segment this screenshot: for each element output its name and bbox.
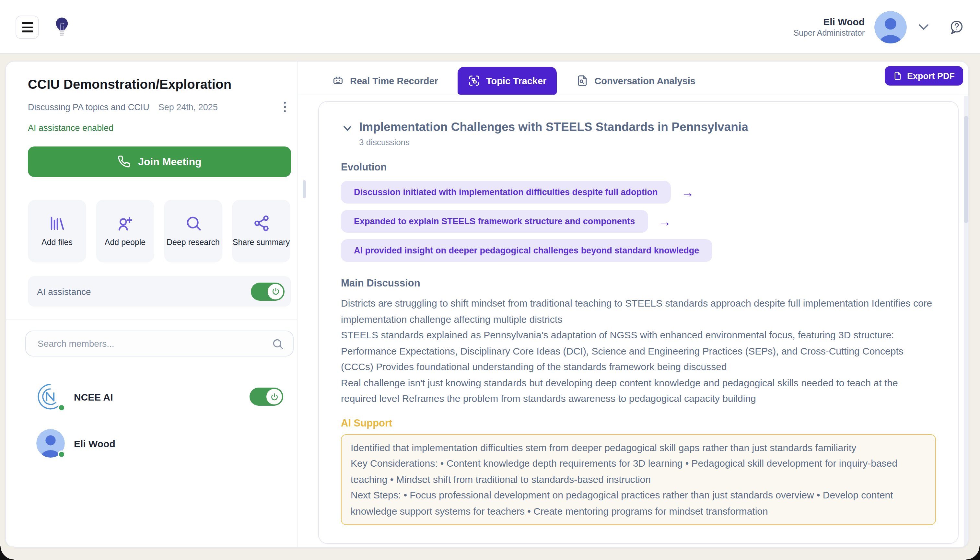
user-role: Super Administrator	[793, 28, 865, 38]
meeting-date: Sep 24th, 2025	[158, 102, 218, 112]
meeting-sidebar: CCIU Demonstration/Exploration Discussin…	[6, 62, 298, 547]
user-avatar[interactable]	[874, 11, 907, 43]
power-icon	[268, 283, 283, 299]
meeting-options-kebab-icon[interactable]	[278, 99, 291, 115]
eli-wood-avatar	[36, 429, 65, 458]
main-discussion-heading: Main Discussion	[341, 277, 936, 289]
discussion-line: Real challenge isn't just knowing standa…	[341, 375, 936, 407]
screen-corner-bottom-left	[0, 546, 14, 560]
online-status-dot	[58, 450, 65, 458]
search-icon	[272, 337, 284, 350]
join-meeting-label: Join Meeting	[138, 156, 202, 168]
member-row-eli-wood[interactable]: Eli Wood	[6, 423, 298, 464]
screen-corner-bottom-right	[966, 546, 980, 560]
deep-research-label: Deep research	[167, 238, 220, 248]
share-summary-button[interactable]: Share summary	[232, 200, 290, 262]
main-scrollbar-track[interactable]	[964, 96, 968, 547]
meeting-title: CCIU Demonstration/Exploration	[28, 77, 232, 92]
top-navbar: Eli Wood Super Administrator	[0, 0, 980, 54]
hamburger-menu-button[interactable]	[15, 15, 39, 39]
ai-support-line: Identified that implementation difficult…	[351, 440, 926, 456]
ncee-ai-toggle[interactable]	[250, 388, 283, 406]
ai-support-line: Next Steps: • Focus professional develop…	[351, 487, 926, 519]
user-info: Eli Wood Super Administrator	[793, 16, 865, 38]
ai-assistance-row: AI assistance	[28, 276, 291, 307]
help-icon[interactable]	[949, 19, 964, 35]
add-files-button[interactable]: Add files	[28, 200, 86, 262]
evolution-item: Discussion initiated with implementation…	[341, 181, 936, 203]
topic-content: Implementation Challenges with STEELS St…	[318, 62, 958, 547]
app-panel: CCIU Demonstration/Exploration Discussin…	[5, 61, 969, 548]
discussion-line: Districts are struggling to shift mindse…	[341, 295, 936, 327]
chevron-down-icon[interactable]	[918, 24, 929, 30]
evolution-pill[interactable]: AI provided insight on deeper pedagogica…	[341, 239, 712, 262]
main-discussion-text: Districts are struggling to shift mindse…	[341, 295, 936, 407]
member-search	[25, 330, 293, 357]
ai-status-text: AI assistance enabled	[28, 123, 113, 133]
evolution-item: AI provided insight on deeper pedagogica…	[341, 239, 936, 262]
deep-research-button[interactable]: Deep research	[164, 200, 222, 262]
discussion-line: STEELS standards explained as Pennsylvan…	[341, 327, 936, 375]
sidebar-divider	[6, 320, 297, 320]
add-people-button[interactable]: Add people	[96, 200, 154, 262]
share-summary-label: Share summary	[233, 238, 290, 248]
main-area: Real Time Recorder Topic Tracker	[298, 62, 968, 547]
evolution-item: Expanded to explain STEELS framework str…	[341, 210, 936, 233]
ai-support-line: Key Considerations: • Content knowledge …	[351, 456, 926, 487]
sidebar-scrollbar-thumb[interactable]	[303, 180, 306, 198]
arrow-right-icon: →	[658, 215, 671, 228]
topic-title: Implementation Challenges with STEELS St…	[359, 120, 748, 134]
ai-assistance-label: AI assistance	[37, 286, 91, 297]
library-icon	[48, 215, 66, 232]
share-icon	[252, 215, 270, 232]
add-files-label: Add files	[42, 238, 73, 248]
arrow-right-icon: →	[681, 186, 694, 199]
ai-support-heading: AI Support	[341, 417, 936, 429]
evolution-list: Discussion initiated with implementation…	[341, 181, 936, 262]
collapse-chevron-icon[interactable]	[342, 123, 353, 133]
evolution-pill[interactable]: Expanded to explain STEELS framework str…	[341, 210, 648, 233]
member-row-ncee-ai[interactable]: NCEE AI	[6, 376, 298, 417]
member-name: Eli Wood	[74, 438, 115, 449]
lightbulb-logo-icon[interactable]	[55, 17, 69, 37]
power-icon	[267, 389, 282, 405]
join-meeting-button[interactable]: Join Meeting	[28, 147, 291, 177]
quick-actions: Add files Add people Deep research	[28, 200, 291, 262]
meeting-subtitle: Discussing PA topics and CCIU	[28, 102, 149, 112]
main-scrollbar-thumb[interactable]	[964, 116, 968, 223]
evolution-heading: Evolution	[341, 162, 936, 173]
online-status-dot	[58, 404, 65, 412]
add-people-label: Add people	[105, 238, 146, 248]
evolution-pill[interactable]: Discussion initiated with implementation…	[341, 181, 671, 203]
ncee-ai-avatar	[36, 382, 65, 411]
user-name: Eli Wood	[793, 16, 865, 27]
user-plus-icon	[116, 215, 134, 232]
topic-card: Implementation Challenges with STEELS St…	[318, 101, 958, 544]
phone-icon	[117, 155, 131, 168]
search-icon	[184, 215, 202, 232]
ai-support-box: Identified that implementation difficult…	[341, 434, 936, 525]
discussion-count: 3 discussions	[359, 137, 748, 147]
search-members-input[interactable]	[38, 338, 272, 349]
ai-assistance-toggle[interactable]	[251, 282, 285, 300]
member-name: NCEE AI	[74, 391, 113, 402]
app-root: Eli Wood Super Administrator	[0, 0, 980, 560]
